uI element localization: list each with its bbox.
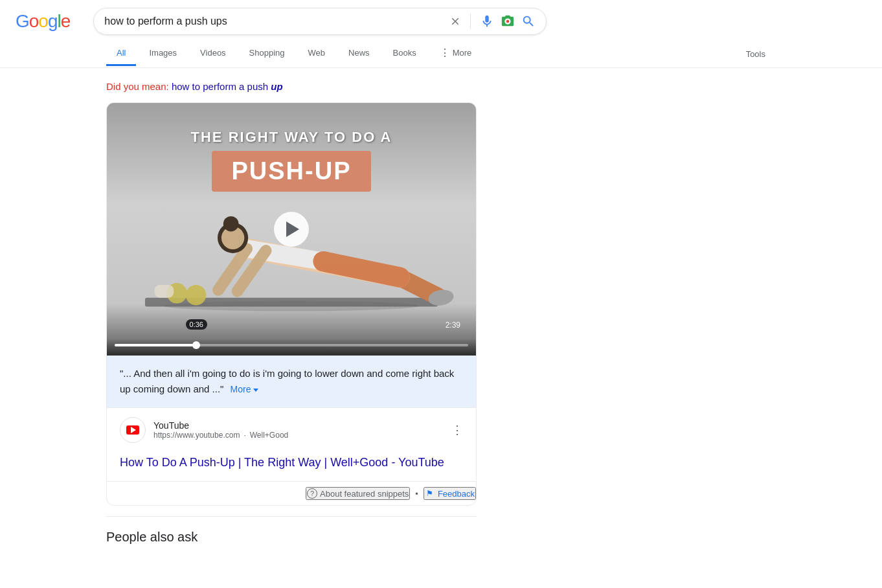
feedback-button[interactable]: ⚑ Feedback <box>424 487 476 500</box>
search-input[interactable] <box>104 16 443 27</box>
snippet-text-area: "... And then all i'm going to do is i'm… <box>107 356 476 407</box>
search-icon <box>521 14 536 28</box>
video-progress: 0:36 2:39 <box>107 339 476 356</box>
tab-news[interactable]: News <box>338 41 380 66</box>
source-menu-button[interactable]: ⋮ <box>451 423 463 437</box>
source-row: YouTube https://www.youtube.com · Well+G… <box>107 407 476 452</box>
dym-link-text: how to perform a push <box>172 81 268 92</box>
source-name: YouTube <box>153 420 444 431</box>
tab-tools[interactable]: Tools <box>736 43 776 65</box>
search-container <box>93 8 547 35</box>
tab-books[interactable]: Books <box>383 41 427 66</box>
youtube-play-icon <box>131 427 136 433</box>
about-snippets-row: ? About featured snippets • ⚑ Feedback <box>107 481 476 505</box>
tab-shopping[interactable]: Shopping <box>239 41 295 66</box>
search-button[interactable] <box>521 14 536 28</box>
time-total-label: 2:39 <box>446 321 460 330</box>
result-link[interactable]: How To Do A Push-Up | The Right Way | We… <box>120 456 444 469</box>
feedback-label: Feedback <box>438 489 475 499</box>
dym-link[interactable]: how to perform a push up <box>172 81 283 92</box>
play-button[interactable] <box>274 212 309 247</box>
video-thumbnail[interactable]: THE RIGHT WAY TO DO A PUSH-UP <box>107 103 476 356</box>
play-icon <box>286 221 299 237</box>
feedback-icon: ⚑ <box>425 488 435 499</box>
source-separator: · <box>243 431 245 440</box>
result-link-row: How To Do A Push-Up | The Right Way | We… <box>107 452 476 481</box>
video-title-top: THE RIGHT WAY TO DO A <box>191 129 392 146</box>
dot-separator: • <box>415 489 418 499</box>
svg-point-0 <box>506 20 510 23</box>
help-circle-icon: ? <box>307 488 317 499</box>
camera-button[interactable] <box>501 14 515 28</box>
logo-letter-g: G <box>16 11 29 31</box>
chevron-down-icon <box>253 389 258 392</box>
tab-all[interactable]: All <box>106 41 136 66</box>
tab-images[interactable]: Images <box>139 41 187 66</box>
source-menu-dots-icon: ⋮ <box>451 423 463 437</box>
snippet-text: "... And then all i'm going to do is i'm… <box>120 368 454 394</box>
dym-label: Did you mean: <box>106 81 169 92</box>
tab-web[interactable]: Web <box>298 41 336 66</box>
main-content: Did you mean: how to perform a push up T… <box>0 68 583 564</box>
vertical-divider <box>470 14 471 29</box>
bottom-partial: People also ask <box>106 516 477 551</box>
pushup-illustration-container <box>107 181 476 323</box>
search-bar <box>93 8 547 35</box>
logo-letter-e: e <box>61 11 71 31</box>
logo-letter-g2: g <box>48 11 58 31</box>
pushup-svg <box>107 181 476 317</box>
tab-more[interactable]: ⋮ More <box>429 40 482 67</box>
dym-link-bold: up <box>271 81 282 92</box>
google-logo: Google <box>16 11 70 32</box>
header: Google <box>0 0 882 35</box>
svg-point-14 <box>186 285 206 305</box>
tab-videos[interactable]: Videos <box>190 41 236 66</box>
svg-rect-15 <box>155 285 174 298</box>
source-icon <box>120 417 146 443</box>
progress-fill <box>115 344 196 346</box>
about-featured-snippets-button[interactable]: ? About featured snippets <box>306 487 410 500</box>
about-snippets-label: About featured snippets <box>320 489 409 499</box>
featured-snippet-card: THE RIGHT WAY TO DO A PUSH-UP <box>106 102 477 506</box>
logo-letter-o1: o <box>29 11 39 31</box>
svg-point-12 <box>223 216 239 232</box>
microphone-icon <box>480 14 494 28</box>
camera-icon <box>501 14 515 28</box>
source-url: https://www.youtube.com <box>153 431 240 440</box>
snippet-more-button[interactable]: More <box>231 384 258 394</box>
microphone-button[interactable] <box>480 14 494 28</box>
progress-bar[interactable]: 0:36 2:39 <box>115 344 468 346</box>
source-channel: Well+Good <box>250 431 288 440</box>
source-url-row: https://www.youtube.com · Well+Good <box>153 431 444 440</box>
nav-tabs: All Images Videos Shopping Web News Book… <box>0 35 882 68</box>
did-you-mean: Did you mean: how to perform a push up <box>106 81 477 92</box>
three-dots-icon: ⋮ <box>440 47 450 59</box>
progress-thumb <box>192 341 200 349</box>
time-current-badge: 0:36 <box>186 319 207 330</box>
source-info: YouTube https://www.youtube.com · Well+G… <box>153 420 444 440</box>
clear-button[interactable] <box>449 16 461 27</box>
youtube-icon <box>126 425 139 435</box>
logo-letter-o2: o <box>38 11 48 31</box>
close-icon <box>449 16 461 27</box>
people-also-ask-heading: People also ask <box>106 530 198 544</box>
